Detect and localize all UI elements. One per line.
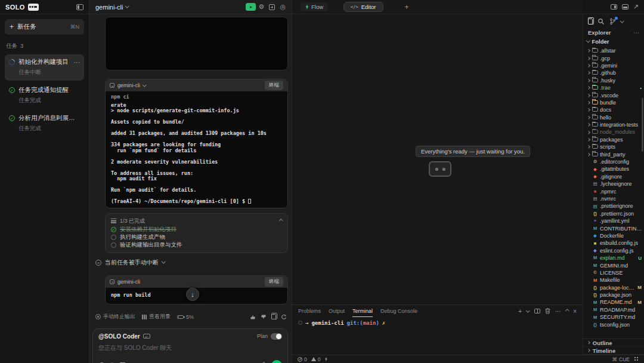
tree-item[interactable]: .vscode bbox=[587, 91, 644, 99]
tree-item[interactable]: bundle bbox=[587, 99, 644, 106]
add-panel-icon[interactable] bbox=[269, 4, 275, 10]
toggle-right-panel-icon[interactable] bbox=[611, 4, 617, 10]
source-control-icon[interactable] bbox=[609, 18, 616, 25]
tree-item[interactable]: ▤ .lycheeignore bbox=[587, 180, 644, 187]
tree-item[interactable]: {} package-lock.js... M bbox=[587, 284, 644, 291]
tree-item[interactable]: ◆ eslint.config.js bbox=[587, 247, 644, 254]
cue-indicator[interactable]: ⌘ CUE bbox=[612, 356, 630, 362]
tree-item[interactable]: © LICENSE bbox=[587, 269, 644, 276]
tree-item[interactable]: .allstar bbox=[587, 47, 644, 54]
explorer-scrollbar[interactable] bbox=[642, 98, 643, 152]
preview-badge[interactable] bbox=[246, 3, 256, 11]
tree-item[interactable]: M explan.md U bbox=[587, 254, 644, 262]
progress-header[interactable]: 1/3 已完成 bbox=[111, 217, 282, 226]
tree-item[interactable]: M README.md M bbox=[587, 299, 644, 306]
tab-flow[interactable]: Flow bbox=[301, 2, 328, 11]
new-tab-button[interactable]: + bbox=[405, 3, 409, 11]
agent-name[interactable]: @SOLO Coder bbox=[98, 333, 140, 340]
maximize-panel-icon[interactable] bbox=[565, 309, 569, 313]
scroll-to-bottom-button[interactable]: ↓ bbox=[186, 288, 199, 301]
integrated-terminal[interactable]: → gemini-cli git:(main) ✗ bbox=[292, 317, 583, 355]
preview-screen[interactable] bbox=[105, 17, 288, 70]
chat-title[interactable]: gemini-cli bbox=[95, 4, 123, 11]
progress-item[interactable]: 验证构建输出目录与文件 bbox=[111, 241, 282, 249]
errors-indicator[interactable]: 0 bbox=[298, 356, 307, 362]
tree-item[interactable]: ◆ .gitignore bbox=[587, 173, 644, 180]
terminal-dropdown-icon[interactable] bbox=[526, 308, 530, 312]
progress-item[interactable]: 执行构建生成产物 bbox=[111, 233, 282, 241]
plan-toggle[interactable] bbox=[271, 333, 282, 340]
tree-item[interactable]: M GEMINI.md bbox=[587, 262, 644, 269]
panel-tab[interactable]: Output bbox=[329, 305, 345, 317]
open-terminal-button[interactable]: 终端 bbox=[265, 81, 283, 90]
close-panel-button[interactable]: × bbox=[573, 308, 577, 315]
chevron-down-icon[interactable] bbox=[620, 19, 624, 22]
thumbs-down-icon[interactable] bbox=[261, 314, 267, 320]
tree-item[interactable]: {} tsconfig.json bbox=[587, 321, 644, 328]
kill-terminal-icon[interactable] bbox=[545, 308, 550, 314]
tree-item[interactable]: docs bbox=[587, 106, 644, 113]
interrupt-note[interactable]: 当前任务被手动中断 bbox=[95, 259, 288, 267]
usage-button[interactable]: 查看用量 bbox=[142, 313, 171, 321]
tree-item[interactable]: integration-tests bbox=[587, 121, 644, 128]
panel-tab[interactable]: Problems bbox=[298, 305, 321, 317]
task-more-button[interactable]: ⋯ bbox=[74, 59, 80, 66]
tree-item[interactable]: .gemini bbox=[587, 62, 644, 69]
open-terminal-button[interactable]: 终端 bbox=[265, 277, 283, 287]
search-icon[interactable] bbox=[597, 18, 605, 25]
tree-item[interactable]: ≡ .yamllint.yml bbox=[587, 217, 644, 224]
split-terminal-icon[interactable] bbox=[534, 309, 540, 313]
tree-item[interactable]: third_party bbox=[587, 150, 644, 158]
stop-output-button[interactable]: 手动终止输出 bbox=[95, 313, 135, 321]
tree-item[interactable]: {} .prettierrc.json bbox=[587, 210, 644, 217]
tree-item[interactable]: M Makefile bbox=[587, 276, 644, 284]
toggle-bottom-panel-icon[interactable] bbox=[622, 4, 628, 10]
screen-record-icon[interactable]: ◎ bbox=[280, 4, 286, 10]
folder-section-header[interactable]: Folder bbox=[583, 36, 644, 46]
send-button[interactable]: ↑ bbox=[271, 360, 282, 363]
collapse-icon[interactable] bbox=[279, 219, 283, 223]
tree-item[interactable]: ⚙ .editorconfig bbox=[587, 158, 644, 165]
tree-item[interactable]: {} package.json bbox=[587, 291, 644, 299]
sidebar-toggle-icon[interactable] bbox=[76, 4, 83, 10]
layout-grid-icon[interactable] bbox=[634, 357, 636, 358]
copy-icon[interactable] bbox=[271, 314, 276, 319]
task-item[interactable]: 初始化并构建项目 ⋯ 任务中断 bbox=[5, 54, 84, 81]
expand-icon[interactable]: ↗ bbox=[633, 4, 639, 10]
task-item[interactable]: 任务完成通知提醒 任务完成 bbox=[5, 82, 84, 109]
tree-item[interactable]: M SECURITY.md bbox=[587, 313, 644, 321]
tab-editor[interactable]: </> Editor bbox=[343, 2, 383, 12]
tree-item[interactable]: .github bbox=[587, 69, 644, 76]
new-terminal-button[interactable]: + bbox=[518, 308, 522, 315]
thumbs-up-icon[interactable] bbox=[250, 314, 256, 320]
panel-tab[interactable]: Terminal bbox=[352, 305, 373, 317]
explorer-icon[interactable] bbox=[588, 19, 593, 24]
new-task-button[interactable]: + 新任务 ⌘N bbox=[5, 19, 84, 35]
chat-input[interactable]: @SOLO Coder Plan 您正在与 SOLO Coder 聊天 @ # … bbox=[92, 328, 288, 363]
terminal-card-header[interactable]: gemini-cli 终端 bbox=[106, 79, 287, 91]
progress-item[interactable]: 安装依赖并初始化项目 bbox=[111, 226, 282, 233]
timeline-section[interactable]: Timeline bbox=[583, 347, 644, 355]
warnings-indicator[interactable]: 0 bbox=[311, 356, 321, 362]
tree-item[interactable]: scripts bbox=[587, 143, 644, 150]
tree-item[interactable]: node_modules bbox=[587, 128, 644, 136]
tree-item[interactable]: ▤ .prettierignore bbox=[587, 202, 644, 210]
tree-item[interactable]: .gcp bbox=[587, 54, 644, 61]
tree-item[interactable]: ■ .npmrc bbox=[587, 187, 644, 195]
settings-icon[interactable]: ⚙ bbox=[259, 4, 265, 10]
panel-more-button[interactable]: ⋯ bbox=[555, 308, 561, 315]
tree-item[interactable]: hello bbox=[587, 114, 644, 121]
tree-item[interactable]: .husky bbox=[587, 77, 644, 84]
task-item[interactable]: 分析用户消息到展示模型回... 任务完成 bbox=[5, 110, 84, 137]
tree-item[interactable]: ▤ .nvmrc bbox=[587, 195, 644, 202]
regenerate-icon[interactable] bbox=[281, 314, 287, 320]
panel-tab[interactable]: Debug Console bbox=[380, 305, 417, 317]
explorer-more-button[interactable]: ⋯ bbox=[634, 29, 640, 36]
terminal-card-header[interactable]: gemini-cli 终端 bbox=[106, 276, 287, 288]
tree-item[interactable]: ■ esbuild.config.js bbox=[587, 239, 644, 247]
tree-item[interactable]: M CONTRIBUTING.md bbox=[587, 224, 644, 232]
input-placeholder[interactable]: 您正在与 SOLO Coder 聊天 bbox=[98, 344, 282, 360]
tree-item[interactable]: ◆ Dockerfile bbox=[587, 232, 644, 239]
tree-item[interactable]: .trae • bbox=[587, 84, 644, 91]
tree-item[interactable]: packages bbox=[587, 136, 644, 143]
